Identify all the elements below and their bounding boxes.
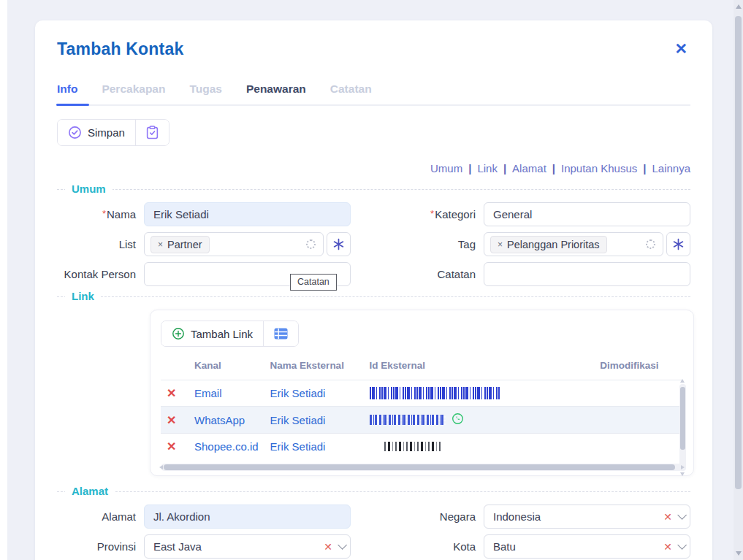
tab-catatan[interactable]: Catatan: [330, 78, 372, 104]
page-scrollbar[interactable]: [734, 0, 743, 560]
tag-create-button[interactable]: [666, 232, 690, 256]
scroll-down-arrow[interactable]: [736, 551, 742, 556]
table-vertical-scrollbar[interactable]: [679, 384, 686, 471]
dimodifikasi-cell: [576, 434, 683, 460]
section-umum: Umum Nama Erik Setiadi Kategori General …: [57, 189, 690, 286]
kategori-label: Kategori: [351, 208, 484, 220]
masked-id-barcode: [370, 387, 500, 399]
tag-chip: × Pelanggan Prioritas: [490, 236, 607, 253]
page-title: Tambah Kontak: [57, 39, 183, 59]
provinsi-select[interactable]: East Java: [144, 534, 351, 559]
list-chip-label: Partner: [167, 239, 202, 250]
dimodifikasi-cell: [576, 407, 683, 434]
scroll-up-arrow[interactable]: [736, 4, 742, 9]
left-edge-strip: [0, 0, 7, 560]
tambah-link-button[interactable]: Tambah Link: [161, 321, 263, 346]
list-create-button[interactable]: [327, 232, 351, 256]
section-link-inputan-khusus[interactable]: Inputan Khusus: [561, 162, 637, 174]
clear-icon[interactable]: ✕: [663, 542, 672, 552]
negara-select[interactable]: Indonesia: [484, 505, 690, 529]
catatan-input[interactable]: [484, 262, 690, 286]
red-x-icon[interactable]: ✕: [167, 387, 176, 399]
section-nav: Umum| Link| Alamat| Inputan Khusus| Lain…: [57, 162, 690, 174]
separator: |: [503, 162, 506, 174]
section-link: Link Tambah Link: [57, 296, 690, 476]
link-table: Kanal Nama Eksternal Id Eksternal Dimodi…: [161, 356, 683, 459]
table-view-button[interactable]: [263, 321, 298, 346]
table-horizontal-scrollbar[interactable]: [161, 464, 683, 471]
col-header-nama-eksternal: Nama Eksternal: [264, 356, 364, 380]
plus-circle-icon: [172, 327, 185, 340]
nama-eksternal-link[interactable]: Erik Setiadi: [270, 414, 326, 426]
col-header-dimodifikasi: Dimodifikasi: [576, 356, 683, 380]
catatan-label: Catatan Catatan: [351, 268, 484, 280]
tambah-link-label: Tambah Link: [191, 328, 253, 340]
loading-spinner-icon: [646, 239, 655, 249]
link-table-card: Tambah Link: [150, 310, 694, 476]
nama-input[interactable]: Erik Setiadi: [144, 202, 351, 226]
clipboard-button[interactable]: [135, 120, 169, 145]
scrollbar-thumb[interactable]: [735, 16, 742, 489]
dimodifikasi-cell: [576, 380, 683, 407]
tab-tugas[interactable]: Tugas: [189, 78, 222, 104]
kategori-input[interactable]: General: [484, 202, 690, 226]
separator: |: [643, 162, 646, 174]
alamat-input[interactable]: Jl. Akordion: [144, 505, 351, 529]
loading-spinner-icon: [306, 239, 316, 249]
section-alamat-legend: Alamat: [65, 485, 115, 497]
asterisk-icon: [672, 238, 685, 250]
check-circle-icon: [68, 126, 82, 139]
col-header-kanal: Kanal: [188, 356, 264, 380]
section-link-alamat[interactable]: Alamat: [512, 162, 546, 174]
nama-label: Nama: [57, 208, 144, 220]
table-row: ✕ WhatsApp Erik Setiadi: [161, 407, 683, 434]
section-alamat: Alamat Alamat Jl. Akordion Negara Indone…: [57, 491, 690, 560]
table-icon: [274, 328, 288, 340]
asterisk-icon: [332, 238, 345, 250]
kontak-person-label: Kontak Person: [57, 268, 144, 280]
list-multiselect[interactable]: × Partner: [144, 232, 324, 256]
tab-info[interactable]: Info: [57, 78, 77, 104]
table-row: ✕ Shopee.co.id Erik Setiadi: [161, 434, 683, 460]
clear-icon[interactable]: ✕: [324, 542, 332, 552]
alamat-label: Alamat: [57, 510, 144, 523]
separator: |: [468, 162, 471, 174]
kota-select[interactable]: Batu: [484, 534, 690, 559]
kanal-link[interactable]: Shopee.co.id: [194, 440, 259, 453]
kota-label: Kota: [351, 540, 484, 553]
tag-multiselect[interactable]: × Pelanggan Prioritas: [484, 232, 663, 256]
table-row: ✕ Email Erik Setiadi: [161, 380, 683, 407]
kanal-link[interactable]: WhatsApp: [194, 414, 245, 426]
clear-icon[interactable]: ✕: [663, 512, 672, 522]
kanal-link[interactable]: Email: [194, 387, 222, 399]
close-icon[interactable]: ✕: [671, 39, 690, 58]
negara-label: Negara: [351, 510, 484, 523]
nama-eksternal-link[interactable]: Erik Setiadi: [270, 387, 326, 399]
tabbar: Info Percakapan Tugas Penawaran Catatan: [57, 78, 690, 106]
tab-percakapan[interactable]: Percakapan: [102, 78, 165, 104]
section-link-umum[interactable]: Umum: [430, 162, 462, 174]
tambah-kontak-modal: Tambah Kontak ✕ Info Percakapan Tugas Pe…: [35, 20, 712, 560]
masked-id-barcode: [384, 442, 441, 451]
section-link-link[interactable]: Link: [477, 162, 498, 174]
chip-remove-icon[interactable]: ×: [498, 239, 503, 250]
provinsi-label: Provinsi: [57, 540, 144, 553]
section-link-legend: Link: [65, 290, 101, 302]
tag-label: Tag: [351, 238, 484, 250]
col-header-id-eksternal: Id Eksternal: [364, 356, 576, 380]
chip-remove-icon[interactable]: ×: [158, 239, 163, 250]
section-link-lainnya[interactable]: Lainnya: [652, 162, 690, 174]
separator: |: [552, 162, 555, 174]
tag-chip-label: Pelanggan Prioritas: [507, 239, 600, 250]
nama-eksternal-link[interactable]: Erik Setiadi: [270, 440, 326, 453]
red-x-icon[interactable]: ✕: [167, 440, 176, 453]
save-button-label: Simpan: [88, 126, 125, 139]
catatan-tooltip: Catatan: [290, 274, 337, 291]
save-button[interactable]: Simpan: [58, 120, 135, 145]
section-umum-legend: Umum: [65, 183, 113, 195]
red-x-icon[interactable]: ✕: [167, 414, 176, 426]
tab-penawaran[interactable]: Penawaran: [246, 78, 306, 104]
list-chip: × Partner: [150, 236, 210, 253]
list-label: List: [57, 238, 144, 250]
masked-id-number: [370, 415, 446, 425]
